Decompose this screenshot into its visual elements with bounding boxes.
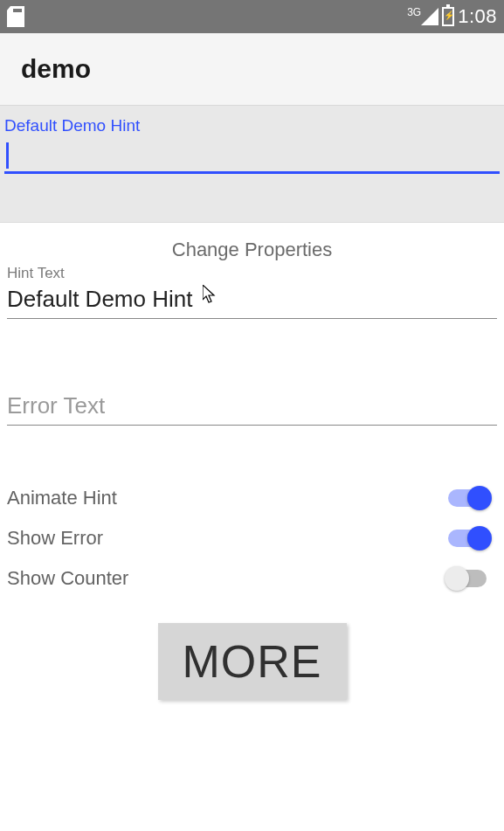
battery-charging-icon xyxy=(442,7,454,26)
properties-section-title: Change Properties xyxy=(7,239,497,261)
demo-input-section: Default Demo Hint xyxy=(0,106,504,223)
show-counter-label: Show Counter xyxy=(7,567,128,590)
animate-hint-label: Animate Hint xyxy=(7,487,117,509)
app-bar: demo xyxy=(0,33,504,106)
sd-card-icon xyxy=(7,6,24,27)
clock: 1:08 xyxy=(458,5,497,28)
network-type: 3G xyxy=(407,6,421,18)
demo-input[interactable] xyxy=(4,141,500,174)
show-counter-switch[interactable] xyxy=(448,570,487,587)
animate-hint-switch[interactable] xyxy=(448,489,487,507)
show-error-switch[interactable] xyxy=(448,530,487,547)
hint-text-input[interactable] xyxy=(7,282,497,319)
hint-text-label: Hint Text xyxy=(7,265,497,282)
app-title: demo xyxy=(21,54,91,84)
floating-hint-label: Default Demo Hint xyxy=(4,116,500,135)
error-text-input[interactable] xyxy=(7,389,497,426)
show-error-label: Show Error xyxy=(7,527,103,550)
more-button[interactable]: MORE xyxy=(158,623,347,700)
text-cursor-icon xyxy=(6,142,9,169)
signal-icon xyxy=(421,8,438,25)
status-bar: 3G 1:08 xyxy=(0,0,504,33)
